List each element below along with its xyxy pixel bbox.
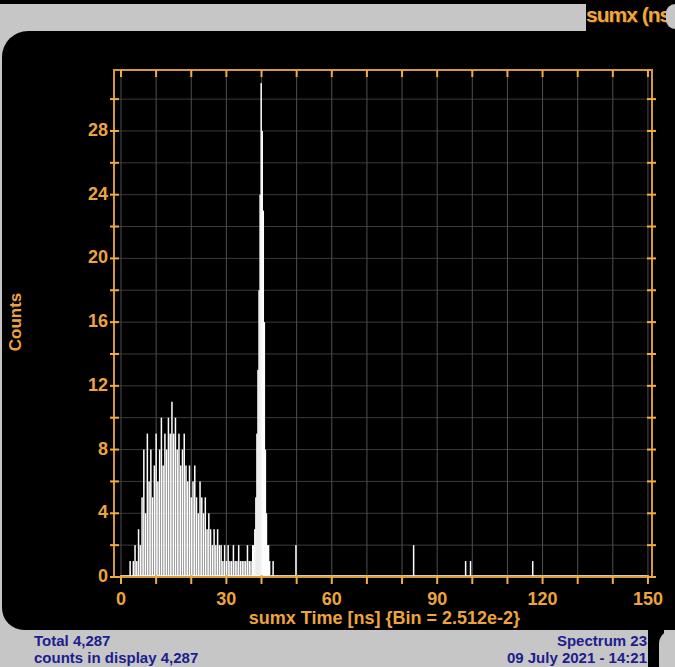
- histogram-bar: [224, 545, 226, 577]
- y-tick-label: 28: [58, 120, 108, 142]
- histogram-bar: [138, 529, 140, 577]
- histogram-bar: [272, 561, 274, 577]
- histogram-bar: [140, 545, 142, 577]
- histogram-bar: [171, 402, 173, 577]
- histogram-bar: [143, 450, 145, 577]
- histogram-bar: [413, 545, 415, 577]
- histogram-bar: [136, 561, 138, 577]
- x-axis-title: sumx Time [ns] {Bin = 2.512e-2}: [121, 608, 648, 630]
- histogram-bar: [227, 545, 229, 577]
- histogram-bar: [154, 465, 156, 577]
- spectrum-tab[interactable]: sumx (ns): [586, 0, 675, 33]
- histogram-bar: [231, 561, 233, 577]
- histogram-bar: [210, 529, 212, 577]
- histogram-bar: [243, 561, 245, 577]
- histogram-bar: [198, 513, 200, 577]
- histogram-bar: [148, 481, 150, 577]
- y-tick-label: 12: [58, 375, 108, 397]
- histogram-bar: [168, 418, 170, 577]
- histogram-bar: [245, 561, 247, 577]
- y-tick-label: 8: [58, 439, 108, 461]
- counts-summary: Total 4,287 counts in display 4,287: [34, 632, 354, 666]
- histogram-bar: [162, 465, 164, 577]
- histogram-bar: [175, 418, 177, 577]
- histogram-bar: [196, 497, 198, 577]
- window-top-border: [0, 0, 675, 4]
- histogram-bar: [150, 450, 152, 577]
- histogram-bar: [189, 465, 191, 577]
- histogram-bar: [169, 434, 171, 577]
- histogram-bar: [240, 561, 242, 577]
- histogram-bar: [145, 513, 147, 577]
- histogram-bar: [241, 561, 243, 577]
- histogram-bar: [219, 545, 221, 577]
- histogram-bar: [182, 450, 184, 577]
- histogram-bar: [217, 529, 219, 577]
- counts-in-display-text: counts in display 4,287: [34, 649, 354, 666]
- histogram-bar: [295, 545, 297, 577]
- histogram-bar: [141, 497, 143, 577]
- histogram-bar: [465, 561, 467, 577]
- y-tick-label: 16: [58, 311, 108, 333]
- histogram-bar: [470, 561, 472, 577]
- histogram-bar: [161, 418, 163, 577]
- total-counts-text: Total 4,287: [34, 632, 354, 649]
- histogram-bar: [164, 434, 166, 577]
- y-tick-label: 4: [58, 502, 108, 524]
- histogram-bar: [199, 481, 201, 577]
- histogram-bar: [191, 497, 193, 577]
- y-tick-label: 0: [58, 566, 108, 588]
- histogram-bar: [133, 561, 135, 577]
- y-tick-label: 24: [58, 184, 108, 206]
- histogram-bar: [147, 434, 149, 577]
- histogram-bar: [129, 561, 131, 577]
- histogram-bar: [226, 561, 228, 577]
- spectrum-tab-title[interactable]: sumx (ns): [586, 3, 665, 27]
- histogram-bar: [213, 529, 215, 577]
- histogram-bar: [532, 561, 534, 577]
- histogram-bar: [194, 465, 196, 577]
- spectrum-info: Spectrum 23 09 July 2021 - 14:21: [327, 632, 647, 666]
- histogram-canvas: [104, 60, 664, 590]
- histogram-bar: [222, 561, 224, 577]
- histogram-bar: [234, 561, 236, 577]
- histogram-bar: [183, 434, 185, 577]
- histogram-bar: [206, 529, 208, 577]
- histogram-bar: [208, 513, 210, 577]
- histogram-bar: [176, 450, 178, 577]
- tab-end-curve: [666, 4, 675, 29]
- bottom-corner-curve: [659, 630, 675, 667]
- histogram-bar: [229, 561, 231, 577]
- spectrum-number-text: Spectrum 23: [327, 632, 647, 649]
- histogram-bar: [159, 450, 161, 577]
- histogram-bar: [134, 545, 136, 577]
- histogram-bar: [180, 465, 182, 577]
- histogram-bar: [173, 434, 175, 577]
- histogram-bar: [157, 481, 159, 577]
- histogram-bar: [155, 434, 157, 577]
- histogram-bar: [203, 513, 205, 577]
- histogram-bar: [185, 465, 187, 577]
- histogram-bar: [247, 545, 249, 577]
- histogram-bar: [233, 545, 235, 577]
- histogram-bar: [215, 545, 217, 577]
- histogram-bar: [152, 497, 154, 577]
- histogram-bar: [269, 561, 271, 577]
- histogram-bar: [192, 481, 194, 577]
- histogram-bar: [238, 545, 240, 577]
- histogram-bar: [201, 497, 203, 577]
- y-tick-label: 20: [58, 247, 108, 269]
- histogram-bar: [236, 561, 238, 577]
- histogram-bar: [248, 561, 250, 577]
- histogram-bar: [205, 497, 207, 577]
- histogram-bar: [212, 545, 214, 577]
- histogram-bar: [250, 561, 252, 577]
- acquisition-datetime-text: 09 July 2021 - 14:21: [327, 649, 647, 666]
- y-axis-title: Counts: [6, 282, 26, 362]
- histogram-bar: [220, 545, 222, 577]
- histogram-bar: [187, 481, 189, 577]
- histogram-bar: [166, 450, 168, 577]
- histogram-bar: [178, 434, 180, 577]
